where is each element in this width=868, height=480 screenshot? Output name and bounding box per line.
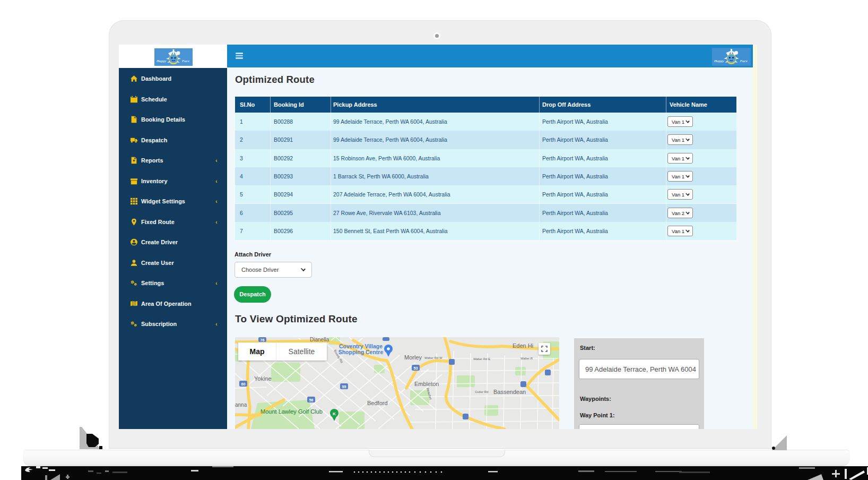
svg-text:Cutler Rd: Cutler Rd (475, 390, 488, 393)
svg-text:55: 55 (342, 385, 346, 389)
svg-text:Yokine: Yokine (254, 375, 272, 382)
svg-text:Dianella: Dianella (310, 337, 329, 342)
svg-text:Walter R: Walter R (520, 357, 533, 360)
svg-text:Walter Rd W: Walter Rd W (424, 356, 442, 359)
svg-text:Face: Face (740, 59, 748, 63)
svg-text:53: 53 (414, 366, 418, 370)
svg-text:Mount Lawley Golf Club: Mount Lawley Golf Club (261, 408, 323, 415)
svg-text:56: 56 (309, 398, 314, 402)
svg-text:Bassendean: Bassendean (493, 389, 526, 395)
svg-text:Happy: Happy (714, 59, 725, 63)
svg-text:Shopping Centre: Shopping Centre (338, 349, 384, 355)
svg-text:K: K (333, 412, 336, 416)
svg-text:Walter Rd E: Walter Rd E (473, 357, 490, 361)
svg-text:anna: anna (235, 402, 247, 408)
svg-text:Embleton: Embleton (414, 381, 439, 387)
svg-text:76: 76 (261, 338, 265, 342)
svg-text:Morley: Morley (404, 354, 422, 361)
svg-text:Eden Hi: Eden Hi (513, 342, 533, 349)
svg-text:60: 60 (241, 382, 246, 386)
svg-text:Bedford: Bedford (367, 400, 388, 406)
svg-text:Happy: Happy (156, 59, 167, 63)
svg-text:Face: Face (181, 59, 189, 63)
